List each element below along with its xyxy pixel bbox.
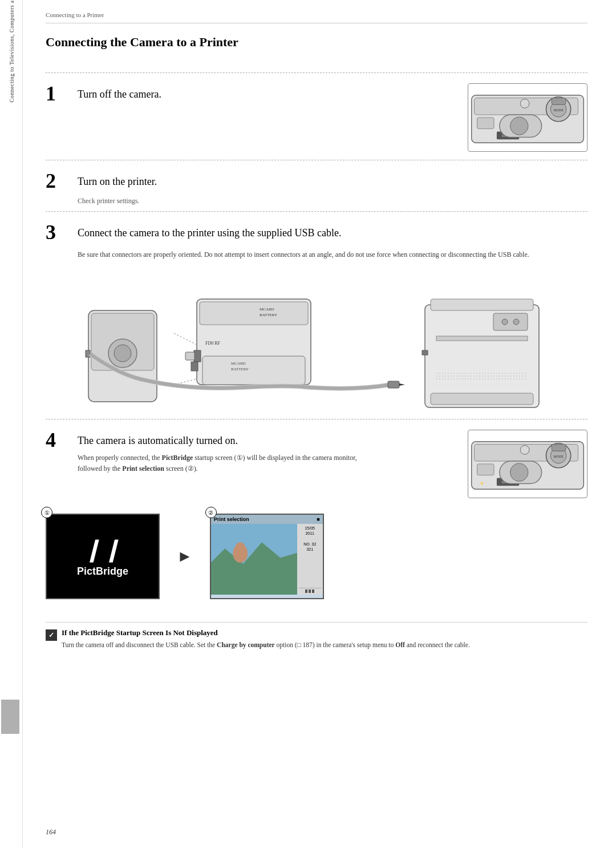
svg-rect-54 <box>552 445 566 451</box>
print-date: 15/05 2011 <box>299 526 321 536</box>
svg-line-23 <box>174 333 197 345</box>
svg-point-10 <box>510 117 528 135</box>
step-3-number: 3 <box>46 222 68 243</box>
step-4: 4 The camera is automatically turned on.… <box>46 419 587 613</box>
svg-marker-31 <box>399 383 405 386</box>
print-selection-screen-wrapper: ② Print selection ■ <box>210 514 324 599</box>
svg-text:MODE: MODE <box>553 455 564 458</box>
svg-rect-38 <box>422 350 428 355</box>
svg-rect-26 <box>202 356 305 385</box>
step-1-number: 1 <box>46 83 68 104</box>
note-text: Turn the camera off and disconnect the U… <box>62 640 470 650</box>
camera-top-svg: MODE ON/OFF <box>468 83 587 152</box>
camera-top-svg-2: MODE ON/OFF ⚡ <box>468 430 587 498</box>
arrow-symbol: ► <box>177 547 193 566</box>
breadcrumb: Connecting to a Printer <box>46 11 587 23</box>
print-no: NO. 32 321 <box>299 542 321 552</box>
sidebar-text-top: Connecting to Televisions, Computers and… <box>8 0 14 103</box>
pictbridge-screen: ❙❙ PictBridge <box>46 514 160 599</box>
note-checkmark-icon: ✓ <box>46 629 57 641</box>
svg-text:MCARD: MCARD <box>260 307 274 312</box>
step-4-description: When properly connected, the PictBridge … <box>78 453 365 474</box>
step-3-title: Connect the camera to the printer using … <box>78 222 341 240</box>
print-selection-sidebar: 15/05 2011 NO. 32 321 <box>297 524 323 595</box>
svg-rect-18 <box>200 302 308 325</box>
svg-point-37 <box>513 319 519 325</box>
svg-rect-29 <box>191 362 198 371</box>
svg-point-53 <box>510 463 528 481</box>
step-1: 1 Turn off the camera. MODE <box>46 72 587 160</box>
usb-connection-diagram: MCARD BATTERY FD0 RF MCARD <box>71 265 562 413</box>
svg-text:⚡: ⚡ <box>480 482 484 486</box>
usb-diagram-wrapper: MCARD BATTERY FD0 RF MCARD <box>46 265 587 413</box>
camera-top-image: MODE ON/OFF <box>468 83 587 154</box>
page-number: 164 <box>46 828 56 837</box>
left-sidebar: Connecting to Televisions, Computers and… <box>0 0 23 848</box>
note-title: If the PictBridge Startup Screen Is Not … <box>62 628 470 637</box>
svg-text:FD0 RF: FD0 RF <box>205 341 221 346</box>
svg-rect-8 <box>477 118 495 129</box>
step-1-title: Turn off the camera. <box>78 83 161 101</box>
print-selection-screen: Print selection ■ <box>210 514 324 599</box>
svg-text:BATTERY: BATTERY <box>231 367 249 371</box>
print-selection-image <box>211 524 297 595</box>
step-2-subtitle: Check printer settings. <box>78 197 587 205</box>
svg-rect-11 <box>552 98 566 105</box>
step-2: 2 Turn on the printer. Check printer set… <box>46 160 587 211</box>
svg-point-15 <box>114 345 131 362</box>
step-3: 3 Connect the camera to the printer usin… <box>46 211 587 419</box>
svg-rect-51 <box>477 464 495 475</box>
svg-text:BATTERY: BATTERY <box>260 313 277 317</box>
svg-point-59 <box>235 543 245 552</box>
camera-top-image-2: MODE ON/OFF ⚡ <box>468 430 587 500</box>
print-selection-icon: ■ <box>317 516 319 522</box>
screen-2-number: ② <box>205 507 217 518</box>
svg-rect-39 <box>431 393 533 405</box>
step-4-number: 4 <box>46 430 68 450</box>
svg-point-36 <box>502 319 508 325</box>
svg-rect-34 <box>436 336 528 341</box>
svg-text:MCARD: MCARD <box>231 361 246 366</box>
svg-rect-35 <box>493 313 528 330</box>
step-3-description: Be sure that connectors are properly ori… <box>78 249 587 260</box>
step-2-number: 2 <box>46 171 68 191</box>
svg-point-5 <box>520 99 529 108</box>
screens-row: ① ❙❙ PictBridge ► ② Print selection ■ <box>46 514 587 599</box>
svg-rect-33 <box>431 299 533 310</box>
print-selection-title: Print selection <box>214 516 249 522</box>
svg-rect-22 <box>185 352 194 360</box>
step-2-title: Turn on the printer. <box>78 171 157 188</box>
pictbridge-screen-wrapper: ① ❙❙ PictBridge <box>46 514 160 599</box>
svg-rect-21 <box>194 350 201 362</box>
svg-text:MODE: MODE <box>553 108 564 112</box>
svg-rect-16 <box>86 350 90 357</box>
page-title: Connecting the Camera to a Printer <box>46 35 587 55</box>
pictbridge-symbol: ❙❙ <box>83 536 122 563</box>
sidebar-gray-block <box>1 700 19 734</box>
note-box: ✓ If the PictBridge Startup Screen Is No… <box>46 622 587 650</box>
svg-rect-30 <box>388 381 399 388</box>
svg-point-48 <box>520 446 529 455</box>
main-content: Connecting to a Printer Connecting the C… <box>23 0 616 848</box>
step-4-title: The camera is automatically turned on. <box>78 430 238 447</box>
pictbridge-logo-text: PictBridge <box>77 566 128 578</box>
